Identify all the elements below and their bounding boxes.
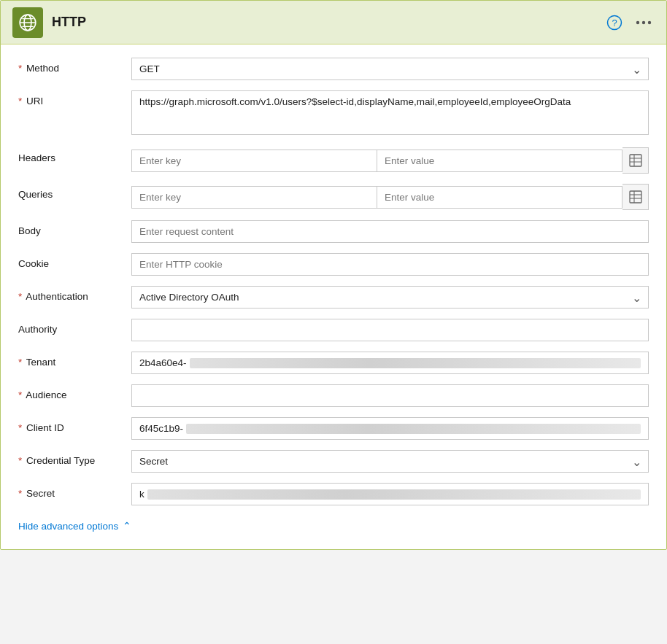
svg-point-7 — [636, 20, 639, 23]
uri-control: https://graph.microsoft.com/v1.0/users?$… — [131, 90, 649, 137]
body-control — [131, 220, 649, 243]
headers-label: Headers — [18, 147, 131, 163]
authority-input[interactable]: https://login.microsoft.com — [131, 319, 649, 341]
body-row: Body — [18, 220, 649, 243]
help-button[interactable]: ? — [604, 12, 625, 34]
queries-label: Queries — [18, 184, 131, 200]
cred-required-star: * — [18, 455, 22, 466]
auth-required-star: * — [18, 291, 22, 302]
uri-input[interactable]: https://graph.microsoft.com/v1.0/users?$… — [131, 90, 649, 135]
tenant-label: * Tenant — [18, 352, 131, 368]
audience-input[interactable]: https://graph.microsoft.com — [131, 384, 649, 407]
method-required-star: * — [18, 63, 22, 74]
cookie-label: Cookie — [18, 253, 131, 269]
client-id-control: 6f45c1b9- — [131, 417, 649, 440]
authentication-control: None Basic Client Certificate Active Dir… — [131, 286, 649, 309]
headers-row: Headers — [18, 147, 649, 174]
credential-type-row: * Credential Type Secret Certificate ⌄ — [18, 450, 649, 473]
tenant-visible-text: 2b4a60e4- — [139, 357, 187, 368]
body-label: Body — [18, 220, 131, 236]
svg-rect-10 — [630, 155, 641, 166]
client-id-input[interactable]: 6f45c1b9- — [131, 417, 649, 440]
secret-required-star: * — [18, 488, 22, 499]
tenant-blurred — [190, 358, 641, 368]
uri-row: * URI https://graph.microsoft.com/v1.0/u… — [18, 90, 649, 137]
queries-row: Queries — [18, 184, 649, 210]
audience-label: * Audience — [18, 384, 131, 400]
header-title: HTTP — [52, 15, 86, 30]
chevron-up-icon: ⌃ — [123, 520, 131, 532]
queries-control — [131, 184, 649, 210]
method-label: * Method — [18, 58, 131, 74]
queries-value-input[interactable] — [377, 186, 622, 209]
uri-label: * URI — [18, 90, 131, 106]
secret-control: k — [131, 483, 649, 505]
credential-type-control: Secret Certificate ⌄ — [131, 450, 649, 473]
client-id-blurred — [186, 424, 641, 434]
client-id-visible-text: 6f45c1b9- — [139, 423, 183, 434]
globe-svg — [18, 13, 37, 32]
svg-point-8 — [642, 20, 645, 23]
queries-key-input[interactable] — [131, 186, 377, 209]
hide-advanced-label: Hide advanced options — [18, 521, 118, 532]
more-options-button[interactable] — [633, 12, 655, 34]
hide-advanced-options[interactable]: Hide advanced options ⌃ — [18, 520, 649, 532]
help-icon: ? — [606, 15, 622, 31]
form-body: * Method GET POST PUT PATCH DELETE ⌄ * U… — [1, 44, 666, 549]
queries-table-icon[interactable] — [622, 184, 649, 210]
authority-control: https://login.microsoft.com — [131, 319, 649, 341]
audience-control: https://graph.microsoft.com — [131, 384, 649, 407]
client-id-label: * Client ID — [18, 417, 131, 433]
secret-input[interactable]: k — [131, 483, 649, 505]
cookie-row: Cookie — [18, 253, 649, 276]
cookie-input[interactable] — [131, 253, 649, 276]
audience-row: * Audience https://graph.microsoft.com — [18, 384, 649, 407]
headers-key-input[interactable] — [131, 150, 377, 172]
authentication-label: * Authentication — [18, 286, 131, 302]
secret-visible-text: k — [139, 489, 144, 500]
headers-table-icon[interactable] — [622, 147, 649, 174]
headers-inputs — [131, 147, 649, 174]
header-actions: ? — [604, 12, 655, 34]
client-id-required-star: * — [18, 422, 22, 433]
http-action-card: HTTP ? * Method — [0, 0, 667, 550]
tenant-control: 2b4a60e4- — [131, 352, 649, 374]
card-header: HTTP ? — [1, 1, 666, 44]
secret-row: * Secret k — [18, 483, 649, 505]
method-control: GET POST PUT PATCH DELETE ⌄ — [131, 58, 649, 80]
client-id-row: * Client ID 6f45c1b9- — [18, 417, 649, 440]
svg-text:?: ? — [612, 18, 617, 28]
body-input[interactable] — [131, 220, 649, 243]
secret-label: * Secret — [18, 483, 131, 499]
method-select[interactable]: GET POST PUT PATCH DELETE — [131, 58, 649, 80]
tenant-row: * Tenant 2b4a60e4- — [18, 352, 649, 374]
svg-rect-14 — [630, 191, 641, 203]
secret-blurred — [147, 489, 641, 500]
http-icon — [12, 7, 43, 38]
authentication-select[interactable]: None Basic Client Certificate Active Dir… — [131, 286, 649, 309]
method-row: * Method GET POST PUT PATCH DELETE ⌄ — [18, 58, 649, 80]
header-left: HTTP — [12, 7, 86, 38]
headers-value-input[interactable] — [377, 150, 622, 172]
tenant-required-star: * — [18, 357, 22, 368]
credential-type-label: * Credential Type — [18, 450, 131, 466]
audience-required-star: * — [18, 389, 22, 400]
credential-type-select[interactable]: Secret Certificate — [131, 450, 649, 473]
headers-control — [131, 147, 649, 174]
uri-required-star: * — [18, 96, 22, 106]
authority-row: Authority https://login.microsoft.com — [18, 319, 649, 341]
authority-label: Authority — [18, 319, 131, 335]
queries-inputs — [131, 184, 649, 210]
cookie-control — [131, 253, 649, 276]
more-icon — [636, 20, 652, 25]
authentication-row: * Authentication None Basic Client Certi… — [18, 286, 649, 309]
tenant-input[interactable]: 2b4a60e4- — [131, 352, 649, 374]
svg-point-9 — [648, 20, 651, 23]
